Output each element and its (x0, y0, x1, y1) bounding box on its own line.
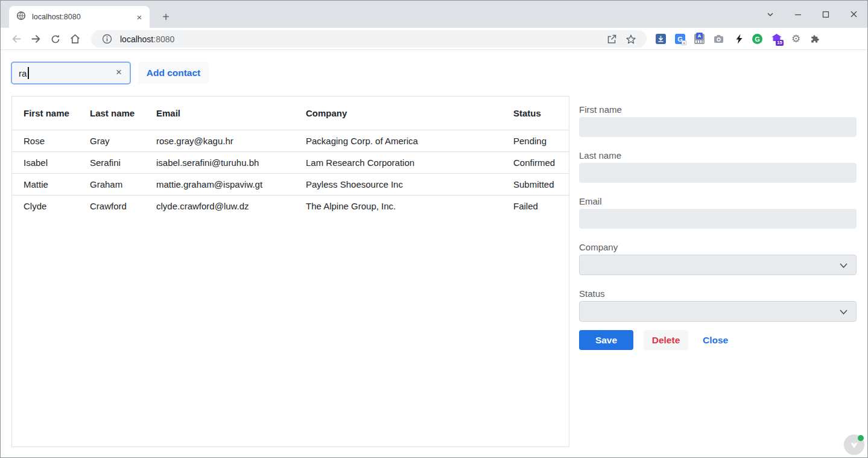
first-name-label: First name (579, 104, 857, 115)
browser-tab[interactable]: localhost:8080 × (9, 6, 150, 28)
cell-last-name: Graham (78, 173, 145, 195)
last-name-label: Last name (579, 150, 857, 161)
cell-email: clyde.crawford@luw.dz (145, 195, 294, 217)
last-name-field[interactable] (579, 163, 857, 183)
col-header-company: Company (294, 97, 502, 130)
page-content: × Add contact First name Last name Email… (1, 51, 867, 457)
cell-last-name: Gray (78, 130, 145, 151)
table-row[interactable]: Mattie Graham mattie.graham@ispaviw.gt P… (12, 173, 569, 195)
cell-email: mattie.graham@ispaviw.gt (145, 173, 294, 195)
cell-status: Failed (502, 195, 569, 217)
back-icon[interactable] (8, 30, 25, 48)
search-wrap: × (11, 62, 131, 84)
grammarly-extension-icon[interactable]: G (752, 34, 762, 44)
url-port: :8080 (153, 34, 174, 44)
cell-first-name: Clyde (12, 195, 78, 217)
tab-search-button[interactable] (756, 1, 784, 28)
cell-email: isabel.serafini@turuhu.bh (145, 151, 294, 173)
cell-last-name: Serafini (78, 151, 145, 173)
widget-status-dot (858, 435, 864, 441)
contact-form: First name Last name Email Company Statu… (579, 104, 857, 350)
col-header-first-name: First name (12, 97, 78, 130)
tab-title: localhost:8080 (32, 13, 134, 21)
extension-badge: 15 (776, 40, 784, 46)
puzzle-extensions-icon[interactable] (810, 34, 820, 44)
table-row[interactable]: Clyde Crawford clyde.crawford@luw.dz The… (12, 195, 569, 217)
url-host: localhost (120, 34, 153, 44)
cell-company: Lam Research Corporation (294, 151, 502, 173)
close-window-button[interactable] (840, 1, 867, 28)
col-header-email: Email (145, 97, 294, 130)
lightning-extension-icon[interactable] (734, 34, 744, 44)
contacts-table-card: First name Last name Email Company Statu… (11, 96, 569, 447)
cell-first-name: Rose (12, 130, 78, 151)
gear-extension-icon[interactable]: ⚙ (791, 34, 801, 44)
cell-company: Packaging Corp. of America (294, 130, 502, 151)
page-info-icon[interactable] (100, 32, 114, 46)
company-select[interactable] (579, 255, 857, 275)
form-buttons: Save Delete Close (579, 330, 857, 350)
cell-first-name: Isabel (12, 151, 78, 173)
bookmark-star-icon[interactable] (624, 32, 638, 46)
delete-button[interactable]: Delete (644, 330, 688, 350)
clear-search-icon[interactable]: × (113, 66, 125, 78)
maximize-button[interactable] (812, 1, 840, 28)
cell-company: The Alpine Group, Inc. (294, 195, 502, 217)
window-controls (756, 1, 867, 28)
company-label: Company (579, 242, 857, 253)
table-row[interactable]: Rose Gray rose.gray@kagu.hr Packaging Co… (12, 130, 569, 151)
contacts-table: First name Last name Email Company Statu… (12, 97, 569, 217)
widget-logo-icon (849, 440, 860, 450)
table-header-row: First name Last name Email Company Statu… (12, 97, 569, 130)
cell-status: Pending (502, 130, 569, 151)
globe-favicon-icon (16, 11, 26, 23)
browser-toolbar: localhost:8080 G a A (1, 28, 867, 50)
forward-icon[interactable] (27, 30, 45, 48)
tab-close-icon[interactable]: × (134, 11, 145, 22)
share-icon[interactable] (604, 32, 619, 46)
camera-extension-icon[interactable] (714, 34, 724, 44)
status-select[interactable] (579, 301, 857, 322)
cell-email: rose.gray@kagu.hr (145, 130, 294, 151)
save-button[interactable]: Save (579, 330, 633, 350)
text-caret (28, 67, 29, 79)
keyboard-extension-icon[interactable]: A (694, 34, 705, 44)
minimize-button[interactable] (784, 1, 812, 28)
table-row[interactable]: Isabel Serafini isabel.serafini@turuhu.b… (12, 151, 569, 173)
shopping-extension-icon[interactable]: 15 (771, 34, 782, 44)
floating-extension-widget[interactable] (844, 434, 864, 455)
new-tab-button[interactable]: + (159, 10, 173, 24)
cell-company: Payless Shoesource Inc (294, 173, 502, 195)
first-name-field[interactable] (579, 117, 857, 137)
status-label: Status (579, 288, 857, 299)
translate-extension-icon[interactable]: G a (675, 34, 685, 44)
email-label: Email (579, 196, 857, 207)
url-text: localhost:8080 (120, 34, 604, 44)
reload-icon[interactable] (46, 30, 64, 48)
cell-status: Submitted (502, 173, 569, 195)
download-extension-icon[interactable] (656, 34, 666, 44)
cell-status: Confirmed (502, 151, 569, 173)
browser-window: localhost:8080 × + (0, 0, 868, 458)
cell-first-name: Mattie (12, 173, 78, 195)
col-header-status: Status (502, 97, 569, 130)
titlebar: localhost:8080 × + (1, 1, 867, 28)
close-button[interactable]: Close (703, 330, 728, 350)
home-icon[interactable] (66, 30, 84, 48)
cell-last-name: Crawford (78, 195, 145, 217)
email-field[interactable] (579, 209, 857, 229)
address-bar[interactable]: localhost:8080 (91, 30, 647, 48)
col-header-last-name: Last name (78, 97, 145, 130)
add-contact-button[interactable]: Add contact (138, 62, 209, 84)
